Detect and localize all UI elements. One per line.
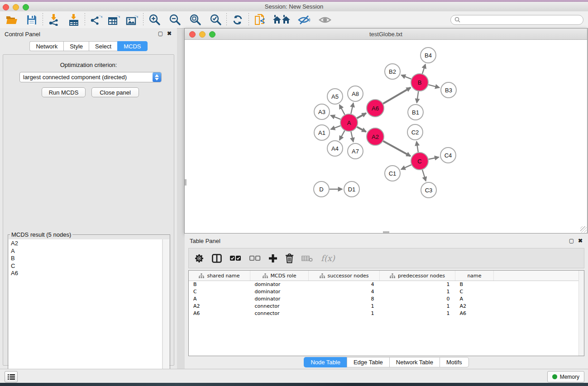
canvas-vscroll-handle[interactable] [185,179,186,186]
column-header-predecessor-nodes[interactable]: predecessor nodes [380,271,455,281]
edge-C-C2[interactable] [416,142,418,152]
tab-edge-table[interactable]: Edge Table [347,357,389,367]
mcds-result-item[interactable]: C [9,263,162,271]
table-cell[interactable]: 4 [309,281,380,288]
save-session-icon[interactable] [24,13,39,27]
edge-C-C4[interactable] [429,157,439,159]
edge-A-A1[interactable] [331,126,341,129]
show-details-icon[interactable] [318,13,332,27]
table-row[interactable]: Cdominator41C [189,288,584,295]
table-cell[interactable]: A6 [189,310,250,317]
edge-A6-B[interactable] [383,88,411,104]
close-panel-button[interactable]: Close panel [91,87,139,97]
table-row[interactable]: Bdominator41B [189,281,584,288]
close-panel-icon[interactable]: ✖ [167,30,172,37]
table-cell[interactable]: 8 [309,295,380,303]
open-file-icon[interactable] [5,13,19,27]
mcds-result-item[interactable]: A [9,248,162,256]
resize-grip-icon[interactable] [580,226,587,233]
edge-A-A2[interactable] [357,127,366,132]
float-table-panel-icon[interactable]: ▢ [569,238,574,244]
mcds-result-item[interactable]: A6 [9,270,162,278]
table-cell[interactable]: 1 [309,302,380,310]
result-list-scrollbar[interactable] [163,239,169,385]
export-table-icon[interactable] [107,13,121,27]
hide-details-icon[interactable] [297,13,311,27]
import-table-icon[interactable] [67,13,81,27]
duplicate-network-icon[interactable] [253,13,267,27]
node-A6[interactable]: A6 [367,100,384,117]
node-C3[interactable]: C3 [421,182,436,198]
table-cell[interactable]: C [189,288,250,295]
mcds-result-list[interactable]: A2ABCA6 [9,239,163,385]
refresh-icon[interactable] [230,13,245,27]
edge-A-A3[interactable] [330,115,340,119]
table-row[interactable]: A6connector11A6 [189,310,584,317]
edge-A-A7[interactable] [351,132,353,142]
mcds-result-item[interactable]: A2 [9,240,162,248]
import-network-icon[interactable] [47,13,61,27]
search-input[interactable] [463,16,583,24]
column-header-name[interactable]: name [455,271,494,281]
node-A8[interactable]: A8 [348,86,363,101]
zoom-in-icon[interactable] [147,13,162,27]
task-history-button[interactable] [5,371,18,382]
node-C1[interactable]: C1 [385,166,400,181]
table-cell[interactable]: connector [250,310,309,317]
edge-C-C3[interactable] [422,170,426,181]
tab-network-table[interactable]: Network Table [389,357,440,367]
node-A3[interactable]: A3 [314,104,330,119]
node-A7[interactable]: A7 [348,143,363,159]
search-field[interactable] [450,15,583,25]
node-A5[interactable]: A5 [327,89,343,104]
table-cell[interactable]: 1 [309,310,380,317]
table-cell[interactable]: A [189,295,250,303]
table-cell[interactable]: A2 [455,302,494,310]
node-C2[interactable]: C2 [407,124,423,140]
export-network-icon[interactable] [89,13,103,27]
tab-network[interactable]: Network [29,41,63,51]
table-cell[interactable]: B [189,281,250,288]
table-cell[interactable]: C [455,288,494,295]
edge-B-B1[interactable] [417,91,418,103]
edge-B-B3[interactable] [428,85,439,87]
network-window-titlebar[interactable]: testGlobe.txt [185,29,587,40]
node-A1[interactable]: A1 [314,125,330,140]
table-cell[interactable]: 4 [309,288,380,295]
table-cell[interactable]: 1 [380,288,455,295]
node-B3[interactable]: B3 [441,82,456,98]
node-B2[interactable]: B2 [385,64,400,79]
tab-motifs[interactable]: Motifs [440,357,469,367]
table-cell[interactable]: 1 [380,302,455,310]
table-cell[interactable]: A2 [189,302,250,310]
run-mcds-button[interactable]: Run MCDS [42,87,86,97]
mcds-result-item[interactable]: B [9,255,162,263]
table-cell[interactable]: A6 [455,310,494,317]
network-canvas[interactable]: B4B2BB3A5A8A6A3B1AA1C2A2A4A7C4CC1C3DD1 [185,40,587,233]
delete-icon[interactable] [285,252,294,265]
edge-A-A6[interactable] [357,113,366,118]
edge-B-B2[interactable] [401,75,411,79]
table-scrollbar[interactable] [578,271,584,356]
tab-node-table[interactable]: Node Table [304,357,347,367]
column-header-MCDS-role[interactable]: MCDS role [250,271,309,281]
table-row[interactable]: A2connector11A2 [189,302,584,310]
first-neighbors-icon[interactable] [272,13,292,27]
column-panel-icon[interactable] [212,252,222,265]
optimization-criterion-select[interactable]: largest connected component (directed) [19,72,162,82]
table-cell[interactable]: B [455,281,494,288]
zoom-selected-icon[interactable] [208,13,223,27]
tab-select[interactable]: Select [89,41,117,51]
node-table[interactable]: shared nameMCDS rolesuccessor nodesprede… [188,270,584,356]
canvas-hscroll-handle[interactable] [383,231,389,233]
table-row[interactable]: Adominator80A [189,295,584,303]
float-panel-icon[interactable]: ▢ [158,30,163,37]
table-cell[interactable]: dominator [250,281,309,288]
node-B4[interactable]: B4 [421,48,436,63]
node-B[interactable]: B [411,74,428,91]
edge-A-A8[interactable] [351,103,353,114]
node-A4[interactable]: A4 [327,141,343,156]
tab-style[interactable]: Style [63,41,89,51]
table-cell[interactable]: 0 [380,295,455,303]
table-cell[interactable]: dominator [250,288,309,295]
